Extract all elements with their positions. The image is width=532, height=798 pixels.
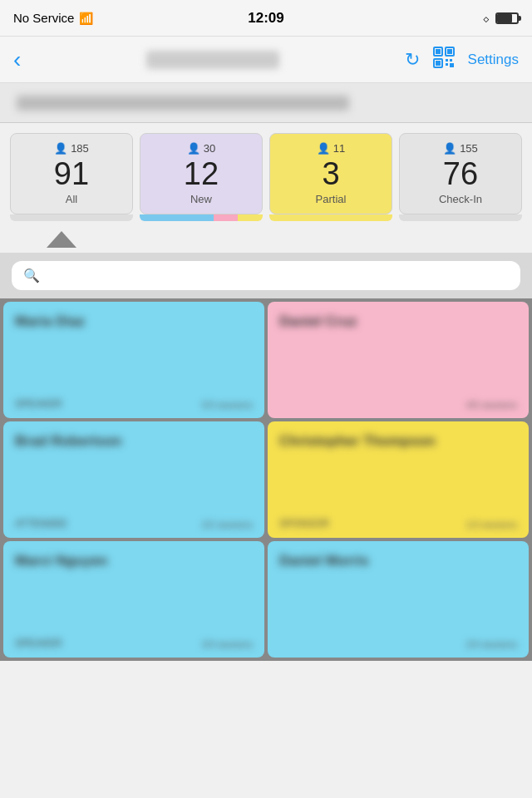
- stat-label-new: New: [190, 193, 212, 205]
- card-tag-4: 1/3 sessions: [466, 520, 517, 530]
- progress-checkin: [399, 214, 522, 221]
- title-blurred-text: [17, 96, 349, 111]
- progress-partial: [269, 214, 392, 221]
- stats-row: 👤 185 91 All 👤 30 12 New 👤 11 3 Partial …: [0, 123, 532, 214]
- person-card-4[interactable]: Christopher Thompson SPONSOR 1/3 session…: [268, 421, 529, 538]
- person-card-6[interactable]: Daniel Morris 2/4 sessions: [268, 541, 529, 658]
- people-icon-checkin: 👤: [443, 142, 456, 155]
- nav-bar: ‹ ↻ Settings: [0, 37, 532, 83]
- svg-rect-6: [446, 59, 448, 62]
- svg-rect-9: [450, 63, 454, 67]
- search-input-container[interactable]: 🔍: [12, 261, 520, 290]
- stat-label-checkin: Check-In: [439, 193, 482, 205]
- status-time: 12:09: [248, 10, 283, 27]
- person-card-3[interactable]: Brad Robertson ATTENDEE 2/2 sessions: [3, 421, 264, 538]
- card-meta-1: SPEAKER: [15, 398, 62, 410]
- back-button[interactable]: ‹: [13, 47, 21, 73]
- collapse-arrow-icon: [47, 231, 76, 248]
- card-tag-5: 3/3 sessions: [202, 639, 253, 649]
- stat-card-partial[interactable]: 👤 11 3 Partial: [269, 133, 392, 214]
- stat-total-all: 185: [71, 142, 89, 155]
- card-name-6: Daniel Morris: [279, 553, 517, 569]
- carrier-label: No Service: [13, 11, 74, 25]
- search-input[interactable]: [47, 268, 509, 283]
- collapse-arrow-container[interactable]: [0, 228, 532, 253]
- status-bar: No Service 📶 12:09 ⬦: [0, 0, 532, 37]
- search-bar: 🔍: [0, 253, 532, 298]
- svg-rect-5: [436, 61, 441, 66]
- stat-number-checkin: 76: [443, 158, 478, 190]
- card-name-5: Marci Nguyen: [15, 553, 253, 569]
- stat-number-partial: 3: [322, 158, 339, 190]
- stat-number-new: 12: [184, 158, 219, 190]
- stat-card-all[interactable]: 👤 185 91 All: [10, 133, 133, 214]
- person-card-2[interactable]: Daniel Cruz 4/5 sessions: [268, 302, 529, 418]
- people-icon-all: 👤: [54, 142, 67, 155]
- status-right: ⬦: [482, 11, 519, 26]
- title-bar: [0, 83, 532, 123]
- nav-actions: ↻ Settings: [405, 47, 519, 73]
- card-tag-6: 2/4 sessions: [466, 639, 517, 649]
- card-name-3: Brad Robertson: [15, 433, 253, 450]
- svg-rect-8: [446, 63, 448, 66]
- people-icon-new: 👤: [187, 142, 200, 155]
- person-card-5[interactable]: Marci Nguyen SPEAKER 3/3 sessions: [3, 541, 264, 658]
- bluetooth-icon: ⬦: [482, 11, 490, 26]
- stat-label-partial: Partial: [316, 193, 347, 205]
- qr-button[interactable]: [433, 47, 455, 73]
- stat-total-checkin: 155: [460, 142, 478, 155]
- card-tag-2: 4/5 sessions: [466, 400, 517, 410]
- card-tag-1: 5/3 sessions: [202, 400, 253, 410]
- card-name-2: Daniel Cruz: [279, 313, 517, 330]
- card-tag-3: 2/2 sessions: [202, 520, 253, 530]
- stat-total-new: 30: [204, 142, 215, 155]
- progress-row: [0, 214, 532, 228]
- stat-number-all: 91: [54, 158, 89, 190]
- svg-rect-7: [450, 59, 452, 62]
- refresh-button[interactable]: ↻: [405, 49, 420, 71]
- nav-title-blurred: [146, 51, 279, 69]
- stat-card-new[interactable]: 👤 30 12 New: [140, 133, 263, 214]
- stat-label-all: All: [66, 193, 77, 205]
- status-left: No Service 📶: [13, 11, 93, 25]
- card-meta-3: ATTENDEE: [15, 518, 67, 530]
- stat-card-checkin[interactable]: 👤 155 76 Check-In: [399, 133, 522, 214]
- battery-icon: [495, 12, 519, 24]
- card-meta-4: SPONSOR: [279, 518, 329, 530]
- card-name-4: Christopher Thompson: [279, 433, 517, 450]
- svg-rect-3: [447, 49, 452, 54]
- person-card-1[interactable]: Maria Diaz SPEAKER 5/3 sessions: [3, 302, 264, 418]
- progress-all: [10, 214, 133, 221]
- card-name-1: Maria Diaz: [15, 313, 253, 330]
- settings-button[interactable]: Settings: [468, 52, 519, 68]
- people-icon-partial: 👤: [317, 142, 330, 155]
- card-meta-5: SPEAKER: [15, 638, 62, 649]
- wifi-icon: 📶: [79, 12, 93, 25]
- stat-total-partial: 11: [333, 142, 345, 155]
- search-icon: 🔍: [23, 268, 40, 283]
- svg-rect-1: [436, 49, 441, 54]
- progress-new: [140, 214, 263, 221]
- cards-grid: Maria Diaz SPEAKER 5/3 sessions Daniel C…: [0, 298, 532, 661]
